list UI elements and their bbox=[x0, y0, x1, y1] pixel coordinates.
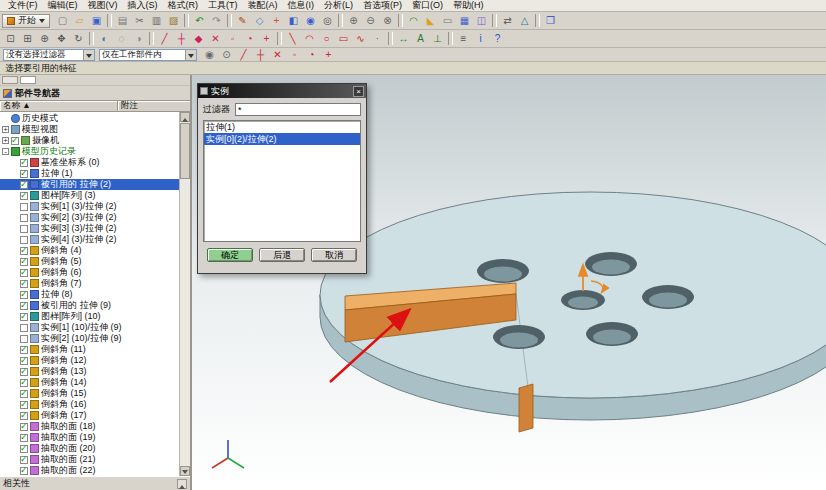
feature-checkbox[interactable] bbox=[20, 181, 28, 189]
menu-item[interactable]: 信息(I) bbox=[283, 0, 320, 12]
tree-row[interactable]: 倒斜角 (13) bbox=[0, 366, 190, 377]
open-icon[interactable]: ▱ bbox=[71, 13, 88, 28]
feature-checkbox[interactable] bbox=[20, 269, 28, 277]
tree-row[interactable]: 倒斜角 (16) bbox=[0, 399, 190, 410]
highlight-edge-face[interactable] bbox=[519, 384, 533, 432]
selection-scope-combo[interactable]: 仅在工作部件内 bbox=[99, 49, 197, 61]
hole[interactable] bbox=[493, 325, 545, 349]
expand-toggle-icon[interactable] bbox=[11, 170, 18, 177]
zoom-icon[interactable]: ⊕ bbox=[36, 31, 53, 46]
expand-toggle-icon[interactable] bbox=[11, 236, 18, 243]
expand-toggle-icon[interactable] bbox=[11, 434, 18, 441]
print-icon[interactable]: ▤ bbox=[114, 13, 131, 28]
cut-icon[interactable]: ✂ bbox=[131, 13, 148, 28]
feature-checkbox[interactable] bbox=[20, 467, 28, 475]
snap-point-icon[interactable]: + bbox=[258, 31, 275, 46]
scroll-up-icon[interactable] bbox=[180, 112, 190, 122]
tree-row[interactable]: 倒斜角 (14) bbox=[0, 377, 190, 388]
expand-toggle-icon[interactable] bbox=[11, 324, 18, 331]
feature-checkbox[interactable] bbox=[20, 368, 28, 376]
scrollbar-thumb[interactable] bbox=[180, 123, 190, 179]
hole[interactable] bbox=[585, 252, 637, 276]
snap-end-point-icon[interactable]: ╱ bbox=[156, 31, 173, 46]
info-icon[interactable]: i bbox=[472, 31, 489, 46]
feature-checkbox[interactable] bbox=[20, 390, 28, 398]
pattern-feature-icon[interactable]: ▦ bbox=[456, 13, 473, 28]
spline-icon[interactable]: ∿ bbox=[352, 31, 369, 46]
chevron-down-icon[interactable] bbox=[185, 50, 196, 60]
feature-checkbox[interactable] bbox=[20, 192, 28, 200]
snap-intersection-icon[interactable]: ✕ bbox=[207, 31, 224, 46]
tree-row[interactable]: +模型视图 bbox=[0, 124, 190, 135]
expand-toggle-icon[interactable] bbox=[11, 390, 18, 397]
new-file-icon[interactable]: ▢ bbox=[54, 13, 71, 28]
menu-item[interactable]: 帮助(H) bbox=[448, 0, 489, 12]
cancel-button[interactable]: 取消 bbox=[311, 248, 357, 262]
feature-checkbox[interactable] bbox=[20, 258, 28, 266]
menu-item[interactable]: 文件(F) bbox=[3, 0, 43, 12]
rotate-view-icon[interactable]: ↻ bbox=[70, 31, 87, 46]
feature-checkbox[interactable] bbox=[11, 137, 19, 145]
hole[interactable] bbox=[642, 285, 694, 309]
feature-checkbox[interactable] bbox=[20, 247, 28, 255]
expand-toggle-icon[interactable] bbox=[11, 412, 18, 419]
feature-checkbox[interactable] bbox=[20, 401, 28, 409]
expand-toggle-icon[interactable] bbox=[11, 346, 18, 353]
menu-item[interactable]: 编辑(E) bbox=[43, 0, 83, 12]
expand-toggle-icon[interactable] bbox=[11, 368, 18, 375]
selection-filter-combo[interactable]: 没有选择过滤器 bbox=[3, 49, 95, 61]
menu-item[interactable]: 视图(V) bbox=[83, 0, 123, 12]
edge-blend-icon[interactable]: ◠ bbox=[405, 13, 422, 28]
center-hole[interactable] bbox=[561, 290, 605, 310]
point-icon[interactable]: · bbox=[369, 31, 386, 46]
line-icon[interactable]: ╲ bbox=[284, 31, 301, 46]
feature-checkbox[interactable] bbox=[20, 456, 28, 464]
list-item[interactable]: 实例[0](2)/拉伸(2) bbox=[204, 133, 360, 145]
expand-toggle-icon[interactable] bbox=[2, 115, 9, 122]
menu-item[interactable]: 装配(A) bbox=[243, 0, 283, 12]
expand-toggle-icon[interactable] bbox=[11, 379, 18, 386]
hole[interactable] bbox=[477, 259, 529, 283]
menu-item[interactable]: 窗口(O) bbox=[407, 0, 448, 12]
close-icon[interactable]: × bbox=[353, 86, 364, 97]
constraint-icon[interactable]: ⊥ bbox=[429, 31, 446, 46]
feature-checkbox[interactable] bbox=[20, 214, 28, 222]
help-icon[interactable]: ? bbox=[489, 31, 506, 46]
menu-item[interactable]: 分析(L) bbox=[319, 0, 358, 12]
redo-icon[interactable]: ↷ bbox=[208, 13, 225, 28]
feature-checkbox[interactable] bbox=[20, 412, 28, 420]
expand-toggle-icon[interactable] bbox=[11, 401, 18, 408]
expand-toggle-icon[interactable] bbox=[11, 291, 18, 298]
column-note[interactable]: 附注 bbox=[118, 101, 190, 111]
arc-icon[interactable]: ◠ bbox=[301, 31, 318, 46]
end-point-snap-icon[interactable]: ╱ bbox=[235, 47, 252, 62]
tree-row[interactable]: 基准坐标系 (0) bbox=[0, 157, 190, 168]
mirror-feature-icon[interactable]: ◫ bbox=[473, 13, 490, 28]
highlight-toggle-icon[interactable]: ◉ bbox=[201, 47, 218, 62]
paste-icon[interactable]: ▨ bbox=[165, 13, 182, 28]
expand-toggle-icon[interactable] bbox=[11, 313, 18, 320]
expand-toggle-icon[interactable]: + bbox=[2, 126, 9, 133]
ok-button[interactable]: 确定 bbox=[207, 248, 253, 262]
shaded-view-icon[interactable]: ◐ bbox=[96, 31, 113, 46]
unite-icon[interactable]: ⊕ bbox=[345, 13, 362, 28]
window-icon[interactable]: ❐ bbox=[542, 13, 559, 28]
chamfer-icon[interactable]: ◣ bbox=[422, 13, 439, 28]
feature-checkbox[interactable] bbox=[20, 445, 28, 453]
save-icon[interactable]: ▣ bbox=[88, 13, 105, 28]
tree-row[interactable]: 抽取的面 (22) bbox=[0, 465, 190, 476]
tree-row[interactable]: 倒斜角 (4) bbox=[0, 245, 190, 256]
tree-row[interactable]: 实例[2] (10)/拉伸 (9) bbox=[0, 333, 190, 344]
intersection-snap-icon[interactable]: ✕ bbox=[269, 47, 286, 62]
expand-toggle-icon[interactable] bbox=[11, 203, 18, 210]
list-item[interactable]: 拉伸(1) bbox=[204, 121, 360, 133]
tree-row[interactable]: 倒斜角 (12) bbox=[0, 355, 190, 366]
annotation-icon[interactable]: A bbox=[412, 31, 429, 46]
feature-checkbox[interactable] bbox=[20, 280, 28, 288]
expand-section-icon[interactable] bbox=[177, 479, 187, 489]
scroll-down-icon[interactable] bbox=[180, 466, 190, 476]
menu-item[interactable]: 工具(T) bbox=[203, 0, 243, 12]
orient-view-icon[interactable]: ⊡ bbox=[2, 31, 19, 46]
hole[interactable] bbox=[586, 322, 638, 346]
expand-toggle-icon[interactable] bbox=[11, 456, 18, 463]
